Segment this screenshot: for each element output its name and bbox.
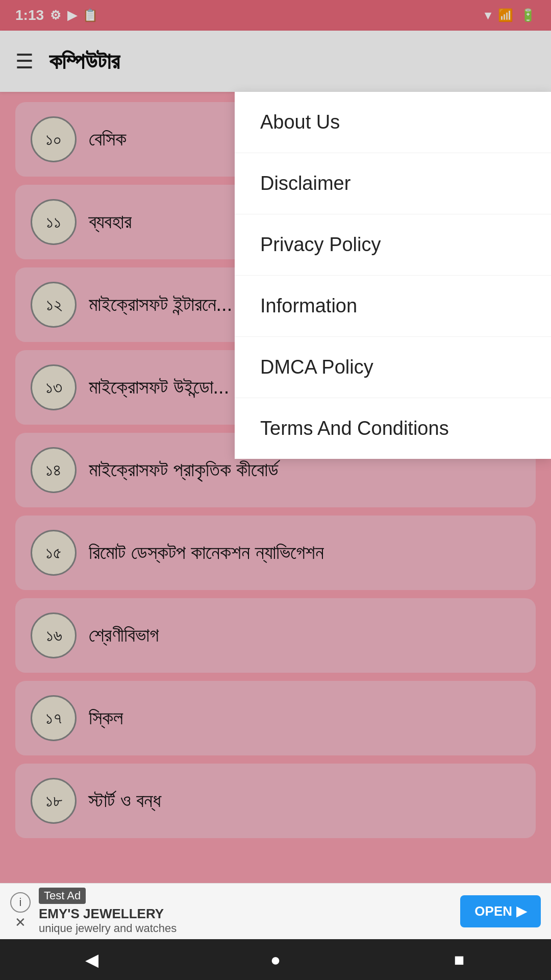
- ad-title: EMY'S JEWELLERY: [39, 906, 452, 922]
- menu-item-information[interactable]: Information: [235, 276, 551, 337]
- ad-subtitle: unique jewelry and watches: [39, 922, 452, 935]
- ad-test-label: Test Ad: [39, 888, 86, 904]
- menu-item-disclaimer[interactable]: Disclaimer: [235, 153, 551, 214]
- ad-open-button[interactable]: OPEN ▶: [460, 895, 541, 927]
- dropdown-menu: About Us Disclaimer Privacy Policy Infor…: [235, 92, 551, 459]
- menu-item-dmca-policy[interactable]: DMCA Policy: [235, 337, 551, 398]
- recent-apps-button[interactable]: ■: [444, 944, 474, 975]
- bottom-nav: ◀ ● ■: [0, 939, 551, 980]
- ad-banner: i ✕ Test Ad EMY'S JEWELLERY unique jewel…: [0, 883, 551, 939]
- menu-item-terms-conditions[interactable]: Terms And Conditions: [235, 398, 551, 459]
- home-button[interactable]: ●: [260, 944, 291, 975]
- back-button[interactable]: ◀: [77, 944, 107, 975]
- menu-item-privacy-policy[interactable]: Privacy Policy: [235, 214, 551, 276]
- ad-text-block: Test Ad EMY'S JEWELLERY unique jewelry a…: [39, 888, 452, 935]
- ad-info-icon: i: [10, 892, 31, 913]
- ad-close-button[interactable]: ✕: [15, 915, 26, 930]
- menu-item-about-us[interactable]: About Us: [235, 92, 551, 153]
